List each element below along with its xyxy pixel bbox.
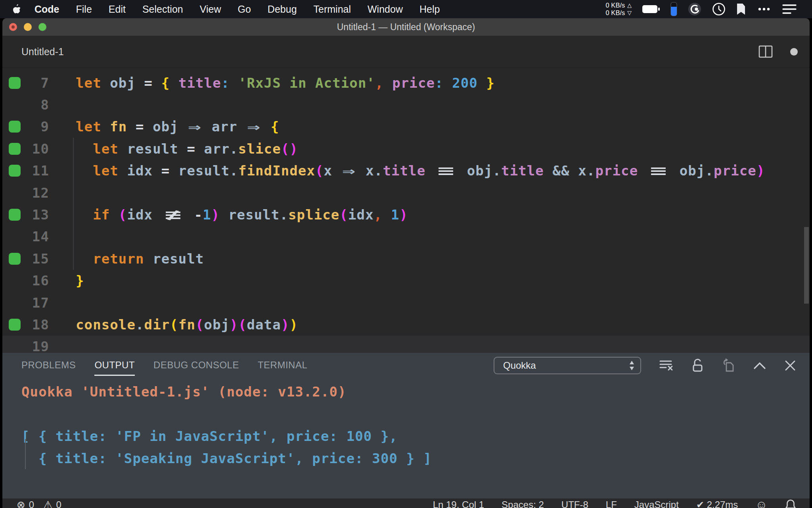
- quokka-coverage-square: [9, 77, 21, 89]
- menu-debug[interactable]: Debug: [259, 4, 305, 15]
- code-line-9[interactable]: 9let fn = obj ⇒ arr ⇒ {: [2, 116, 810, 138]
- statusbar-utf-8[interactable]: UTF-8: [561, 499, 588, 508]
- line-number[interactable]: 12: [21, 185, 49, 201]
- code-line-8[interactable]: 8: [2, 94, 810, 115]
- code-line-17[interactable]: 17: [2, 292, 810, 314]
- clock-icon[interactable]: [712, 2, 726, 16]
- line-number[interactable]: 9: [21, 119, 49, 135]
- code-line-16[interactable]: 16}: [2, 270, 810, 292]
- line-number[interactable]: 18: [21, 317, 49, 333]
- quokka-coverage-square: [9, 319, 21, 331]
- editor-scrollbar[interactable]: [804, 227, 809, 304]
- line-number[interactable]: 16: [21, 273, 49, 289]
- output-line: [ { title: 'FP in JavaScript', price: 10…: [21, 425, 810, 447]
- macos-menubar: CodeFileEditSelectionViewGoDebugTerminal…: [0, 0, 812, 18]
- notes-icon[interactable]: [736, 3, 746, 15]
- statusbar-spaces-2[interactable]: Spaces: 2: [502, 499, 544, 508]
- feedback-smiley-icon[interactable]: ☺: [755, 499, 768, 508]
- window-titlebar[interactable]: Untitled-1 — Untitled (Workspace): [2, 18, 810, 36]
- coverage-gutter-empty: [9, 297, 21, 309]
- coverage-gutter-empty: [9, 187, 21, 199]
- problems-status[interactable]: ⊗ 0 ⚠ 0: [17, 499, 61, 508]
- output-pane[interactable]: Quokka 'Untitled-1.js' (node: v13.2.0) […: [2, 378, 810, 498]
- coverage-gutter-empty: [9, 341, 21, 352]
- code-line-10[interactable]: 10 let result = arr.slice(): [2, 138, 810, 160]
- line-number[interactable]: 17: [21, 295, 49, 311]
- network-speed-indicator[interactable]: 0 KB/s△ 0 KB/s▽: [606, 2, 632, 17]
- code-text[interactable]: }: [76, 273, 84, 289]
- code-text[interactable]: return result: [76, 251, 204, 267]
- menu-help[interactable]: Help: [411, 4, 448, 15]
- unlock-icon[interactable]: [691, 358, 704, 373]
- menu-view[interactable]: View: [192, 4, 230, 15]
- up-triangle-icon: △: [627, 2, 632, 9]
- battery-icon[interactable]: [642, 4, 660, 14]
- menu-code[interactable]: Code: [26, 4, 68, 15]
- code-line-15[interactable]: 15 return result: [2, 248, 810, 269]
- code-line-11[interactable]: 11 let idx = result.findIndex(x ⇒ x.titl…: [2, 160, 810, 182]
- code-text[interactable]: if (idx ≢ -1) result.splice(idx, 1): [76, 207, 408, 223]
- menu-terminal[interactable]: Terminal: [305, 4, 359, 15]
- bottom-panel: PROBLEMSOUTPUTDEBUG CONSOLETERMINAL Quok…: [2, 353, 810, 498]
- statusbar-javascript[interactable]: JavaScript: [634, 499, 679, 508]
- code-text[interactable]: let fn = obj ⇒ arr ⇒ {: [76, 119, 279, 135]
- code-line-12[interactable]: 12: [2, 182, 810, 204]
- line-number[interactable]: 13: [21, 207, 49, 223]
- bell-icon[interactable]: [785, 498, 796, 508]
- code-text[interactable]: let obj = { title: 'RxJS in Action', pri…: [76, 75, 495, 91]
- output-channel-select[interactable]: Quokka: [494, 357, 641, 374]
- code-text[interactable]: console.dir(fn(obj)(data)): [76, 317, 298, 333]
- line-number[interactable]: 8: [21, 97, 49, 113]
- phone-battery-icon[interactable]: [670, 2, 677, 16]
- editor-tabbar: Untitled-1: [2, 36, 810, 68]
- line-number[interactable]: 7: [21, 75, 49, 91]
- net-down-label: 0 KB/s: [606, 9, 625, 17]
- error-circle-icon: ⊗: [17, 500, 25, 508]
- open-in-editor-icon[interactable]: [722, 358, 735, 373]
- coverage-gutter-empty: [9, 99, 21, 111]
- statusbar--2-27ms[interactable]: ✔ 2.27ms: [696, 499, 738, 508]
- coverage-gutter-empty: [9, 275, 21, 287]
- menu-selection[interactable]: Selection: [134, 4, 192, 15]
- vscode-window: Untitled-1 — Untitled (Workspace) Untitl…: [2, 18, 810, 508]
- close-panel-icon[interactable]: [784, 360, 796, 371]
- unsaved-changes-dot-icon[interactable]: [790, 48, 798, 56]
- panel-tab-output[interactable]: OUTPUT: [94, 360, 135, 376]
- statusbar-lf[interactable]: LF: [606, 499, 617, 508]
- code-line-7[interactable]: 7let obj = { title: 'RxJS in Action', pr…: [2, 72, 810, 94]
- code-line-19[interactable]: 19: [2, 336, 810, 353]
- panel-tab-problems[interactable]: PROBLEMS: [21, 360, 76, 376]
- collapse-panel-icon[interactable]: [753, 361, 766, 370]
- panel-header: PROBLEMSOUTPUTDEBUG CONSOLETERMINAL Quok…: [2, 353, 810, 378]
- output-line: Quokka 'Untitled-1.js' (node: v13.2.0): [21, 381, 810, 403]
- list-icon[interactable]: [782, 3, 797, 15]
- menu-items: CodeFileEditSelectionViewGoDebugTerminal…: [26, 4, 448, 15]
- apple-menu-icon[interactable]: [12, 4, 21, 15]
- clear-output-icon[interactable]: [659, 359, 673, 372]
- panel-tab-terminal[interactable]: TERMINAL: [258, 360, 307, 376]
- code-line-18[interactable]: 18console.dir(fn(obj)(data)): [2, 314, 810, 335]
- more-icon[interactable]: [756, 3, 772, 15]
- code-line-14[interactable]: 14: [2, 226, 810, 248]
- line-number[interactable]: 11: [21, 163, 49, 179]
- split-editor-icon[interactable]: [758, 45, 773, 58]
- code-text[interactable]: let idx = result.findIndex(x ⇒ x.title ≡…: [76, 163, 765, 179]
- code-editor[interactable]: 7let obj = { title: 'RxJS in Action', pr…: [2, 68, 810, 353]
- code-text[interactable]: let result = arr.slice(): [76, 141, 298, 157]
- code-line-13[interactable]: 13 if (idx ≢ -1) result.splice(idx, 1): [2, 204, 810, 225]
- panel-tab-debug-console[interactable]: DEBUG CONSOLE: [153, 360, 239, 376]
- quokka-coverage-square: [9, 165, 21, 177]
- menu-edit[interactable]: Edit: [100, 4, 134, 15]
- statusbar-ln-19-col-1[interactable]: Ln 19, Col 1: [433, 499, 484, 508]
- menu-file[interactable]: File: [68, 4, 100, 15]
- menu-go[interactable]: Go: [230, 4, 259, 15]
- quokka-coverage-square: [9, 209, 21, 221]
- output-line: { title: 'Speaking JavaScript', price: 3…: [21, 447, 810, 470]
- sync-icon[interactable]: [688, 2, 702, 16]
- menu-window[interactable]: Window: [359, 4, 411, 15]
- line-number[interactable]: 19: [21, 339, 49, 353]
- line-number[interactable]: 10: [21, 141, 49, 157]
- line-number[interactable]: 14: [21, 229, 49, 244]
- tab-untitled-1[interactable]: Untitled-1: [21, 46, 64, 58]
- line-number[interactable]: 15: [21, 251, 49, 267]
